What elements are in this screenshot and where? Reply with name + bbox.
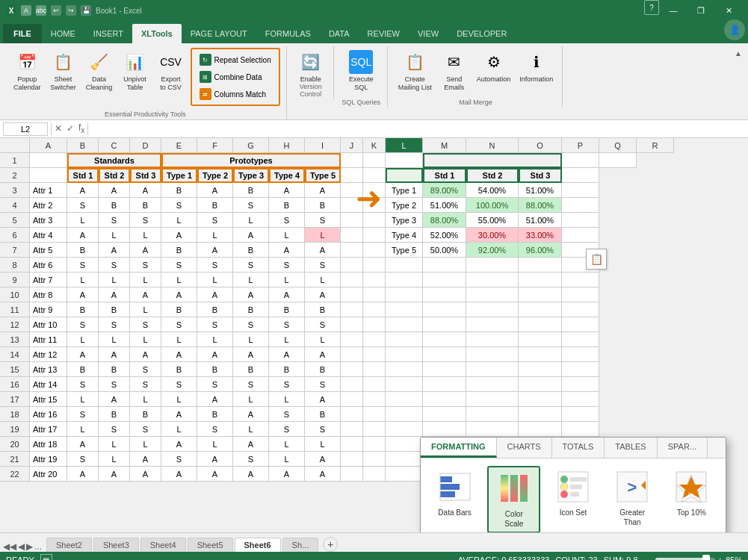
cell-J10[interactable] (341, 287, 363, 302)
cell-E14[interactable]: A (161, 347, 197, 362)
cell-F2[interactable]: Type 2 (197, 168, 233, 183)
cell-C7[interactable]: A (99, 243, 130, 258)
cell-reference-box[interactable]: L2 (3, 122, 48, 136)
undo-icon[interactable]: ↩ (51, 5, 61, 16)
popup-calendar-button[interactable]: 📅 PopupCalendar (10, 48, 44, 94)
cell-N6[interactable]: 30.00% (466, 228, 519, 243)
cell-F7[interactable]: A (197, 243, 233, 258)
cell-D20[interactable]: L (130, 437, 161, 452)
cell-E17[interactable]: L (161, 392, 197, 407)
cell-M16[interactable] (423, 377, 466, 392)
cell-N3[interactable]: 54.00% (466, 183, 519, 198)
cell-D19[interactable]: S (130, 422, 161, 437)
cell-E18[interactable]: A (161, 407, 197, 422)
sheet-nav-prev[interactable]: ◀ (18, 541, 25, 552)
cell-G8[interactable]: S (233, 258, 269, 273)
cell-D22[interactable]: A (130, 467, 161, 482)
cell-I12[interactable]: S (305, 317, 341, 332)
cell-E1[interactable]: Prototypes (161, 153, 341, 168)
zoom-out-button[interactable]: — (644, 556, 652, 560)
cell-C21[interactable]: L (99, 452, 130, 467)
grid-wrapper[interactable]: A B C D E F G H I J K L M N O P Q R (0, 138, 748, 532)
unpivot-table-button[interactable]: 📊 UnpivotTable (119, 48, 152, 94)
cell-E20[interactable]: A (161, 437, 197, 452)
cell-F8[interactable]: S (197, 258, 233, 273)
cell-I16[interactable]: S (305, 377, 341, 392)
cell-F9[interactable]: L (197, 273, 233, 287)
cell-H17[interactable]: L (269, 392, 305, 407)
cell-L20[interactable] (386, 437, 423, 452)
cell-A18[interactable]: Attr 16 (30, 407, 67, 422)
cell-E8[interactable]: S (161, 258, 197, 273)
cell-D18[interactable]: B (130, 407, 161, 422)
cell-B19[interactable]: L (67, 422, 99, 437)
cell-A22[interactable]: Attr 20 (30, 467, 67, 482)
cancel-formula-icon[interactable]: ✕ (55, 123, 62, 134)
cell-P6[interactable] (562, 228, 599, 243)
icon-set-item[interactable]: Icon Set (546, 466, 599, 532)
cell-M18[interactable] (423, 407, 466, 422)
cell-J1[interactable] (341, 153, 363, 168)
cell-M19[interactable] (423, 422, 466, 437)
cell-M12[interactable] (423, 317, 466, 332)
cell-L15[interactable] (386, 362, 423, 377)
cell-I3[interactable]: A (305, 183, 341, 198)
cell-O2[interactable]: Std 3 (519, 168, 562, 183)
cell-F20[interactable]: L (197, 437, 233, 452)
cell-F11[interactable]: B (197, 302, 233, 317)
cell-L3[interactable]: Type 1 (386, 183, 423, 198)
cell-H6[interactable]: L (269, 228, 305, 243)
create-mailing-button[interactable]: 📋 CreateMailing List (395, 48, 435, 94)
cell-B6[interactable]: A (67, 228, 99, 243)
repeat-selection-button[interactable]: ↻ Repeat Selection (197, 52, 274, 67)
tab-page-layout[interactable]: PAGE LAYOUT (182, 24, 256, 43)
cell-D7[interactable]: A (130, 243, 161, 258)
zoom-thumb[interactable] (702, 555, 710, 560)
cell-L4[interactable]: Type 2 (386, 198, 423, 213)
cell-B2[interactable]: Std 1 (67, 168, 99, 183)
cell-K22[interactable] (363, 467, 386, 482)
cell-I5[interactable]: S (305, 213, 341, 228)
cell-P3[interactable] (562, 183, 599, 198)
sheet-nav-next[interactable]: ▶ (26, 541, 33, 552)
cell-G11[interactable]: B (233, 302, 269, 317)
cell-C4[interactable]: B (99, 198, 130, 213)
cell-B12[interactable]: S (67, 317, 99, 332)
cell-H15[interactable]: B (269, 362, 305, 377)
cell-L10[interactable] (386, 287, 423, 302)
cell-J21[interactable] (341, 452, 363, 467)
sheet-tab-6[interactable]: Sheet6 (235, 538, 281, 552)
cell-E7[interactable]: B (161, 243, 197, 258)
cell-C18[interactable]: B (99, 407, 130, 422)
information-button[interactable]: ℹ Information (516, 48, 556, 86)
cell-D14[interactable]: A (130, 347, 161, 362)
popup-tab-spar[interactable]: SPAR... (658, 438, 708, 458)
cell-P4[interactable] (562, 198, 599, 213)
cell-K7[interactable] (363, 243, 386, 258)
cell-O16[interactable] (519, 377, 562, 392)
cell-B1[interactable]: Standards (67, 153, 161, 168)
cell-E22[interactable]: A (161, 467, 197, 482)
cell-P18[interactable] (562, 407, 599, 422)
col-header-H[interactable]: H (269, 138, 305, 153)
cell-B14[interactable]: A (67, 347, 99, 362)
col-header-O[interactable]: O (519, 138, 562, 153)
cell-J9[interactable] (341, 273, 363, 287)
cell-A17[interactable]: Attr 15 (30, 392, 67, 407)
cell-C8[interactable]: S (99, 258, 130, 273)
col-header-J[interactable]: J (341, 138, 363, 153)
cell-F19[interactable]: S (197, 422, 233, 437)
cell-M2[interactable]: Std 1 (423, 168, 466, 183)
cell-L9[interactable] (386, 273, 423, 287)
cell-O8[interactable] (519, 258, 562, 273)
cell-M8[interactable] (423, 258, 466, 273)
cell-F17[interactable]: A (197, 392, 233, 407)
paste-options-button[interactable]: 📋 (586, 249, 607, 270)
sheet-tab-5[interactable]: Sheet5 (188, 538, 233, 552)
tab-view[interactable]: VIEW (409, 24, 448, 43)
cell-K21[interactable] (363, 452, 386, 467)
cell-M5[interactable]: 88.00% (423, 213, 466, 228)
cell-P17[interactable] (562, 392, 599, 407)
cell-I15[interactable]: B (305, 362, 341, 377)
cell-D13[interactable]: L (130, 332, 161, 347)
